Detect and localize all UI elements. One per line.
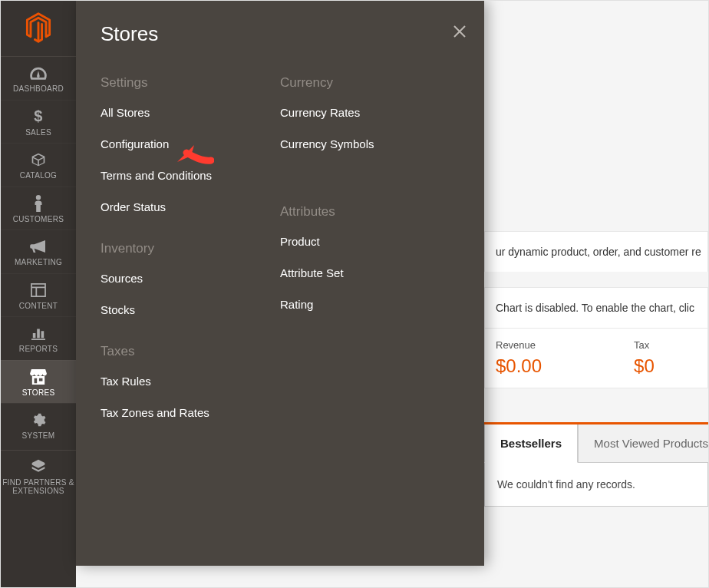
partners-icon xyxy=(31,458,46,475)
stores-flyout: Stores Settings All Stores Configuration… xyxy=(76,1,484,566)
nav-label: Marketing xyxy=(15,258,62,267)
link-all-stores[interactable]: All Stores xyxy=(101,106,265,119)
tabs: Bestsellers Most Viewed Products xyxy=(484,422,708,463)
link-order-status[interactable]: Order Status xyxy=(101,200,265,213)
group-taxes: Taxes xyxy=(101,344,265,359)
link-configuration[interactable]: Configuration xyxy=(101,137,265,150)
magento-logo-icon xyxy=(24,12,53,44)
gear-icon xyxy=(31,411,46,428)
group-settings: Settings xyxy=(101,75,265,91)
nav-customers[interactable]: Customers xyxy=(1,187,76,230)
nav-reports[interactable]: Reports xyxy=(1,316,76,360)
link-sources[interactable]: Sources xyxy=(101,272,265,285)
stat-revenue: Revenue $0.00 xyxy=(496,339,542,377)
stat-label: Revenue xyxy=(496,339,542,351)
link-tax-zones[interactable]: Tax Zones and Rates xyxy=(101,406,265,419)
megaphone-icon xyxy=(30,238,47,255)
cube-icon xyxy=(31,151,46,168)
nav-catalog[interactable]: Catalog xyxy=(1,143,76,187)
tab-most-viewed[interactable]: Most Viewed Products xyxy=(578,424,709,463)
nav-label: Content xyxy=(19,302,58,311)
nav-label: System xyxy=(22,431,55,441)
admin-sidebar: Dashboard $ Sales Catalog Customers Mark… xyxy=(1,1,76,587)
stats-row: Revenue $0.00 Tax $0 xyxy=(484,328,708,388)
nav-sales[interactable]: $ Sales xyxy=(1,100,76,144)
link-attr-product[interactable]: Product xyxy=(280,235,444,248)
person-icon xyxy=(33,195,44,212)
flyout-right-col: Currency Currency Rates Currency Symbols… xyxy=(280,75,460,419)
bar-chart-icon xyxy=(31,325,46,342)
stat-label: Tax xyxy=(634,339,655,351)
dynamic-report-text: ur dynamic product, order, and customer … xyxy=(484,231,708,272)
layout-icon xyxy=(31,282,46,299)
gauge-icon xyxy=(30,64,47,81)
link-currency-rates[interactable]: Currency Rates xyxy=(280,106,444,119)
stat-value: $0 xyxy=(634,355,655,377)
nav-stores[interactable]: Stores xyxy=(1,360,76,404)
stat-value: $0.00 xyxy=(496,355,542,377)
chart-disabled-notice: Chart is disabled. To enable the chart, … xyxy=(484,287,708,328)
link-attr-attribute-set[interactable]: Attribute Set xyxy=(280,266,444,279)
close-icon xyxy=(452,24,467,39)
stat-tax: Tax $0 xyxy=(634,339,655,377)
dollar-icon: $ xyxy=(34,108,42,125)
link-currency-symbols[interactable]: Currency Symbols xyxy=(280,137,444,150)
link-tax-rules[interactable]: Tax Rules xyxy=(101,375,265,388)
flyout-left-col: Settings All Stores Configuration Terms … xyxy=(101,75,280,419)
group-inventory: Inventory xyxy=(101,241,265,256)
flyout-title: Stores xyxy=(101,22,460,46)
link-stocks[interactable]: Stocks xyxy=(101,303,265,316)
nav-dashboard[interactable]: Dashboard xyxy=(1,56,76,100)
nav-label: Catalog xyxy=(20,171,57,180)
close-button[interactable] xyxy=(452,24,467,42)
link-attr-rating[interactable]: Rating xyxy=(280,298,444,311)
nav-label: Sales xyxy=(25,128,51,137)
nav-label: Stores xyxy=(22,388,55,398)
nav-label: Find Partners & Extensions xyxy=(1,478,76,496)
group-currency: Currency xyxy=(280,75,444,91)
nav-label: Customers xyxy=(13,215,64,224)
nav-marketing[interactable]: Marketing xyxy=(1,230,76,273)
link-terms[interactable]: Terms and Conditions xyxy=(101,169,265,182)
nav-label: Dashboard xyxy=(13,84,64,94)
group-attributes: Attributes xyxy=(280,204,444,220)
nav-content[interactable]: Content xyxy=(1,273,76,317)
tab-body-empty: We couldn't find any records. xyxy=(484,463,708,507)
nav-system[interactable]: System xyxy=(1,403,76,447)
nav-label: Reports xyxy=(19,345,58,354)
tab-bestsellers[interactable]: Bestsellers xyxy=(484,424,578,463)
dashboard-content: ur dynamic product, order, and customer … xyxy=(484,1,708,507)
nav-find-partners[interactable]: Find Partners & Extensions xyxy=(1,450,76,502)
storefront-icon xyxy=(30,368,47,385)
